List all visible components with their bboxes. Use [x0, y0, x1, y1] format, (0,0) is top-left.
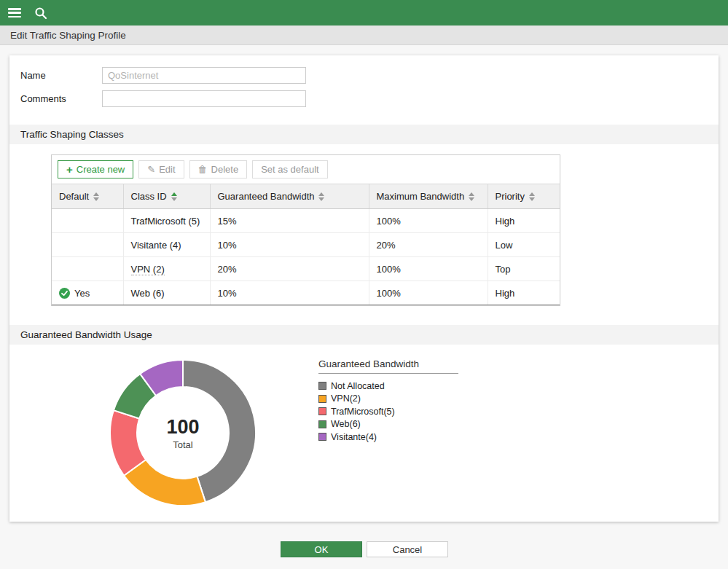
cell-default-yes: Yes	[52, 281, 123, 305]
legend-item: TrafMicrosoft(5)	[318, 405, 458, 418]
legend-title: Guaranteed Bandwidth	[318, 358, 458, 374]
ok-button[interactable]: OK	[281, 541, 362, 557]
cell-guaranteed: 10%	[210, 281, 369, 305]
legend-item: VPN(2)	[318, 393, 458, 406]
comments-input[interactable]	[102, 90, 306, 107]
classes-table-container: + Create new ✎ Edit 🗑 Delete Set as defa…	[51, 154, 560, 306]
plus-icon: +	[66, 166, 73, 173]
cell-priority: Low	[488, 233, 560, 257]
cell-maximum: 100%	[369, 209, 488, 233]
profile-form-panel: Name Comments Traffic Shaping Classes + …	[9, 55, 719, 522]
name-label: Name	[20, 70, 46, 81]
create-new-label: Create new	[77, 164, 125, 175]
sort-icon	[529, 192, 535, 201]
table-row[interactable]: Visitante (4) 10% 20% Low	[52, 233, 560, 257]
cell-class-id: Visitante (4)	[123, 233, 210, 257]
cell-class-id: Web (6)	[123, 281, 210, 305]
cell-class-id: VPN (2)	[123, 257, 210, 281]
section-title-classes: Traffic Shaping Classes	[20, 129, 124, 140]
cell-maximum: 20%	[369, 233, 488, 257]
cell-class-id: TrafMicrosoft (5)	[123, 209, 210, 233]
edit-label: Edit	[159, 164, 175, 175]
create-new-button[interactable]: + Create new	[58, 160, 133, 178]
table-row-default[interactable]: Yes Web (6) 10% 100% High	[52, 281, 560, 305]
cancel-button[interactable]: Cancel	[367, 541, 448, 557]
pencil-icon: ✎	[147, 164, 155, 175]
section-title-usage: Guaranteed Bandwidth Usage	[20, 329, 152, 340]
legend-swatch-trafmicrosoft	[318, 407, 326, 415]
cell-guaranteed: 15%	[210, 209, 369, 233]
legend-item: Not Allocated	[318, 380, 458, 393]
section-guaranteed-bandwidth-usage: Guaranteed Bandwidth Usage	[9, 325, 719, 345]
cell-default	[52, 209, 123, 233]
cell-default	[52, 233, 123, 257]
cell-default	[52, 257, 123, 281]
legend-swatch-vpn	[318, 395, 326, 403]
column-header-default[interactable]: Default	[52, 184, 123, 209]
set-as-default-label: Set as default	[261, 164, 319, 175]
cell-maximum: 100%	[369, 257, 488, 281]
table-header-row: Default Class ID Guaranteed Bandwidth Ma…	[52, 184, 560, 209]
edit-traffic-shaping-profile-screen: Edit Traffic Shaping Profile Name Commen…	[0, 0, 728, 569]
cell-priority: High	[488, 209, 560, 233]
legend-swatch-visitante	[318, 433, 326, 441]
table-row[interactable]: VPN (2) 20% 100% Top	[52, 257, 560, 281]
column-header-class-id[interactable]: Class ID	[123, 184, 210, 209]
cell-maximum: 100%	[369, 281, 488, 305]
cell-guaranteed: 20%	[210, 257, 369, 281]
cell-priority: High	[488, 281, 560, 305]
chart-legend: Guaranteed Bandwidth Not Allocated VPN(2…	[318, 358, 458, 444]
section-traffic-shaping-classes: Traffic Shaping Classes	[9, 125, 719, 144]
column-header-guaranteed-bandwidth[interactable]: Guaranteed Bandwidth	[210, 184, 369, 209]
delete-label: Delete	[211, 164, 239, 175]
comments-label: Comments	[20, 93, 66, 104]
check-circle-icon	[59, 288, 70, 299]
donut-total-label: Total	[173, 439, 192, 450]
table-row[interactable]: TrafMicrosoft (5) 15% 100% High	[52, 209, 560, 233]
column-header-maximum-bandwidth[interactable]: Maximum Bandwidth	[369, 184, 488, 209]
sort-icon	[469, 192, 474, 201]
page-title-bar: Edit Traffic Shaping Profile	[0, 25, 728, 45]
delete-button[interactable]: 🗑 Delete	[189, 160, 248, 178]
edit-button[interactable]: ✎ Edit	[138, 160, 184, 178]
name-input[interactable]	[102, 67, 306, 84]
sort-icon	[318, 192, 324, 201]
page-title: Edit Traffic Shaping Profile	[10, 30, 126, 41]
top-navbar	[0, 0, 728, 25]
hamburger-menu-icon[interactable]	[8, 8, 21, 17]
classes-table: Default Class ID Guaranteed Bandwidth Ma…	[52, 184, 560, 305]
cell-guaranteed: 10%	[210, 233, 369, 257]
donut-total-value: 100	[166, 416, 199, 439]
legend-item: Web(6)	[318, 418, 458, 431]
search-icon[interactable]	[34, 7, 47, 20]
column-header-priority[interactable]: Priority	[488, 184, 560, 209]
set-as-default-button[interactable]: Set as default	[252, 160, 328, 178]
sort-icon	[93, 192, 99, 201]
donut-center-label: 100 Total	[109, 359, 257, 506]
legend-item: Visitante(4)	[318, 431, 458, 444]
legend-swatch-not-allocated	[318, 382, 326, 390]
cell-priority: Top	[488, 257, 560, 281]
legend-swatch-web	[318, 420, 326, 428]
bandwidth-donut-chart: 100 Total	[109, 359, 257, 506]
trash-icon: 🗑	[198, 164, 208, 175]
classes-toolbar: + Create new ✎ Edit 🗑 Delete Set as defa…	[52, 155, 560, 184]
sort-icon-active	[171, 192, 177, 201]
